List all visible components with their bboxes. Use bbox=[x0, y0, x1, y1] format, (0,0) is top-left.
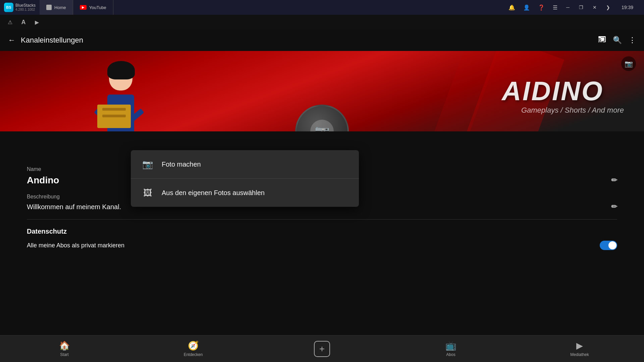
bluestacks-name: BlueStacks 4.280.1.1002 bbox=[15, 3, 36, 12]
char-box bbox=[97, 105, 131, 128]
banner-channel-name: AIDINO bbox=[502, 76, 604, 107]
app-content: ← Kanaleinstellungen 🔍 ⋮ AIDINO Gamep bbox=[0, 29, 644, 362]
privacy-toggle-label: Alle meine Abos als privat markieren bbox=[27, 242, 124, 249]
description-edit-button[interactable]: ✏ bbox=[611, 202, 617, 211]
expand-button[interactable]: ❯ bbox=[603, 3, 613, 11]
discover-nav-icon: 🧭 bbox=[188, 341, 199, 351]
home-nav-icon: 🏠 bbox=[59, 341, 70, 351]
menu-icon[interactable]: ☰ bbox=[550, 3, 560, 12]
add-button[interactable]: + bbox=[314, 341, 330, 357]
take-photo-icon: 📷 bbox=[142, 158, 154, 170]
privacy-toggle-button[interactable] bbox=[600, 241, 617, 250]
nav-icon-group: 🔍 ⋮ bbox=[598, 35, 636, 45]
notification-icon[interactable]: 🔔 bbox=[506, 3, 518, 12]
minimize-button[interactable]: ─ bbox=[563, 3, 573, 11]
banner-camera-button[interactable]: 📷 bbox=[621, 56, 636, 71]
tab-bar: Home ▶ YouTube bbox=[40, 0, 506, 15]
privacy-section: Datenschutz Alle meine Abos als privat m… bbox=[27, 228, 617, 250]
tab-home[interactable]: Home bbox=[40, 0, 73, 15]
discover-nav-label: Entdecken bbox=[184, 352, 203, 357]
toggle-knob bbox=[608, 241, 616, 249]
library-nav-icon: ▶ bbox=[576, 341, 583, 351]
close-button[interactable]: ✕ bbox=[589, 3, 600, 11]
bluestacks-icon: BS bbox=[4, 3, 13, 12]
home-nav-label: Start bbox=[60, 352, 68, 357]
top-navigation: ← Kanaleinstellungen 🔍 ⋮ bbox=[0, 29, 644, 51]
description-value: Willkommen auf meinem Kanal. bbox=[27, 203, 121, 211]
account-icon[interactable]: 👤 bbox=[521, 3, 533, 12]
channel-character bbox=[87, 53, 181, 131]
cast-icon[interactable] bbox=[598, 35, 606, 45]
menu-item-choose-photo[interactable]: 🖼 Aus den eigenen Fotos auswählen bbox=[131, 178, 359, 207]
title-bar: BS BlueStacks 4.280.1.1002 Home ▶ YouTub… bbox=[0, 0, 644, 15]
choose-photo-label: Aus den eigenen Fotos auswählen bbox=[162, 189, 265, 197]
play-icon[interactable]: ▶ bbox=[32, 17, 42, 27]
nav-item-abos[interactable]: 📺 Abos bbox=[386, 341, 515, 357]
maximize-button[interactable]: ❐ bbox=[576, 3, 587, 11]
menu-item-take-photo[interactable]: 📷 Foto machen bbox=[131, 150, 359, 178]
camera-icon: 📷 bbox=[625, 60, 633, 68]
nav-item-discover[interactable]: 🧭 Entdecken bbox=[129, 341, 258, 357]
home-tab-icon bbox=[46, 5, 52, 10]
name-value: Andino bbox=[27, 175, 59, 186]
nav-item-start[interactable]: 🏠 Start bbox=[0, 341, 129, 357]
search-icon[interactable]: 🔍 bbox=[613, 36, 622, 45]
warning-icon[interactable]: ⚠ bbox=[5, 17, 15, 27]
nav-item-library[interactable]: ▶ Mediathek bbox=[515, 341, 644, 357]
youtube-tab-icon: ▶ bbox=[80, 5, 87, 10]
tab-youtube[interactable]: ▶ YouTube bbox=[73, 0, 113, 15]
avatar-camera-icon: 📷 bbox=[310, 120, 334, 131]
library-nav-label: Mediathek bbox=[570, 352, 589, 357]
privacy-section-title: Datenschutz bbox=[27, 228, 617, 235]
more-options-icon[interactable]: ⋮ bbox=[629, 36, 636, 45]
name-edit-button[interactable]: ✏ bbox=[611, 176, 617, 185]
add-icon: + bbox=[319, 344, 325, 354]
banner-sub-text: Gameplays / Shorts / And more bbox=[521, 106, 624, 115]
choose-photo-icon: 🖼 bbox=[142, 187, 154, 199]
bluestacks-toolbar: ⚠ A ▶ bbox=[0, 15, 644, 29]
back-button[interactable]: ← bbox=[8, 36, 15, 45]
abos-nav-label: Abos bbox=[446, 352, 455, 357]
take-photo-label: Foto machen bbox=[162, 161, 201, 168]
privacy-toggle-row: Alle meine Abos als privat markieren bbox=[27, 241, 617, 250]
help-icon[interactable]: ❓ bbox=[535, 3, 547, 12]
avatar-container: 📷 bbox=[295, 105, 349, 131]
avatar-circle[interactable]: 📷 bbox=[295, 105, 349, 131]
keyboard-icon[interactable]: A bbox=[19, 17, 28, 27]
bluestacks-logo: BS BlueStacks 4.280.1.1002 bbox=[0, 0, 40, 15]
channel-banner: AIDINO Gameplays / Shorts / And more 📷 bbox=[0, 51, 644, 131]
context-menu: 📷 Foto machen 🖼 Aus den eigenen Fotos au… bbox=[131, 150, 359, 207]
section-divider bbox=[27, 219, 617, 220]
bottom-navigation: 🏠 Start 🧭 Entdecken + 📺 Abos ▶ Mediathek bbox=[0, 335, 644, 362]
header-right-controls: 🔔 👤 ❓ ☰ ─ ❐ ✕ ❯ 19:39 bbox=[506, 3, 644, 12]
nav-item-add[interactable]: + bbox=[258, 341, 386, 357]
page-title: Kanaleinstellungen bbox=[21, 36, 598, 45]
abos-nav-icon: 📺 bbox=[445, 341, 456, 351]
time-display: 19:39 bbox=[616, 5, 639, 10]
